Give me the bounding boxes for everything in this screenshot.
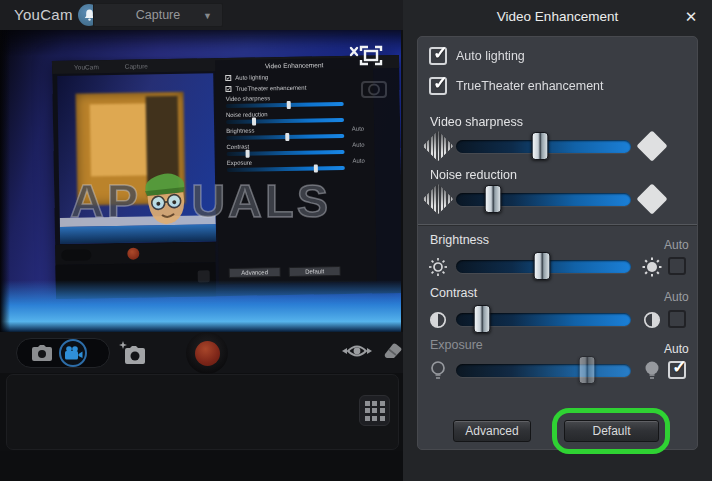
fullscreen-icon [345,42,385,70]
video-camera-icon [64,346,83,360]
brightness-label: Brightness [430,233,489,247]
capture-toolbar [0,332,403,373]
sharpness-max-icon [636,130,667,161]
media-gallery-strip [6,374,399,450]
compare-preview-button[interactable] [342,342,372,362]
gallery-grid-button[interactable] [359,395,390,426]
noise-slider-handle[interactable] [484,185,501,213]
exposure-slider-handle [579,356,596,384]
advanced-button[interactable]: Advanced [453,420,531,442]
exposure-slider [456,364,631,377]
brightness-slider[interactable] [456,260,631,273]
brightness-slider-row: ✓ [418,255,699,278]
eraser-button[interactable] [380,342,402,362]
record-button[interactable] [186,332,228,374]
recursion-level-4 [146,96,180,197]
noise-label: Noise reduction [430,168,517,182]
check-icon: ✓ [433,72,448,94]
video-enhancement-panel: Video Enhancement ✕ ✓ Auto lighting ✓ Tr… [403,0,712,481]
contrast-label: Contrast [430,286,477,300]
exposure-low-icon [426,359,450,383]
section-divider [418,224,697,225]
contrast-high-icon [640,308,664,332]
exposure-auto-checkbox[interactable]: ✓ [668,361,686,379]
recursive-toolbar [55,242,215,265]
sharpness-min-icon [422,130,453,161]
recursive-enhancement-panel: Video Enhancement ✓Auto lighting ✓TrueTh… [215,57,377,284]
panel-title: Video Enhancement [403,9,712,24]
exposure-label: Exposure [430,338,483,352]
sharpness-label: Video sharpness [430,115,523,129]
exposure-slider-row: ✓ [418,359,699,382]
brightness-auto-label: Auto [664,238,696,252]
record-dot-icon [195,341,220,366]
auto-lighting-checkbox[interactable]: ✓ [429,47,447,65]
photo-shadow-left [0,30,10,332]
capture-dropdown[interactable]: Capture ▼ [93,3,223,27]
capture-mode-toggle [16,338,110,368]
eraser-icon [380,342,402,359]
webcam-preview: YouCam Capture Video Enhancement ✓Auto l… [0,30,401,332]
recursive-youcam-window: YouCam Capture Video Enhancement ✓Auto l… [52,55,401,299]
monitor-glow [0,280,401,332]
noise-slider-row [418,188,699,211]
capture-dropdown-label: Capture [136,8,180,22]
recursive-video-area [57,73,216,244]
recursive-mode-pill [61,249,91,261]
video-mode-button[interactable] [59,339,87,367]
chevron-down-icon: ▼ [203,11,212,21]
exposure-auto-label: Auto [664,342,696,356]
photo-camera-icon [32,345,52,361]
app-title: YouCam [14,6,73,23]
contrast-auto-label: Auto [664,290,696,304]
brightness-high-icon [640,255,664,279]
auto-lighting-label: Auto lighting [456,49,525,63]
photo-shadow-top [0,30,401,56]
close-button[interactable]: ✕ [681,7,701,27]
contrast-low-icon [426,308,450,332]
annotation-highlight-ring [552,408,670,454]
photo-mode-button[interactable] [27,340,57,366]
brightness-auto-checkbox[interactable]: ✓ [668,257,686,275]
footer-strip [0,451,403,481]
close-icon: ✕ [685,8,698,25]
check-icon: ✓ [433,42,448,64]
noise-slider[interactable] [456,193,631,206]
contrast-slider-row: ✓ [418,308,699,331]
brightness-low-icon [426,255,450,279]
fullscreen-button[interactable] [345,42,385,70]
recursion-level-3 [90,103,149,176]
sharpness-slider[interactable] [456,140,631,153]
ghost-camera-icon [361,78,387,102]
youcam-app-window: YouCam Capture ▼ YouCam Capture [0,0,712,481]
compare-eye-icon [342,342,372,360]
check-icon: ✓ [672,356,687,378]
snapshot-button[interactable] [118,340,148,366]
brightness-slider-handle[interactable] [533,252,550,280]
contrast-slider-handle[interactable] [474,305,491,333]
sparkle-camera-icon [118,340,146,365]
webcam-photo-content: YouCam Capture Video Enhancement ✓Auto l… [0,30,401,332]
recursive-screen-glow [60,224,216,244]
sharpness-slider-handle[interactable] [532,132,549,160]
recursive-record-dot [127,248,139,260]
contrast-slider[interactable] [456,313,631,326]
enhancement-card: ✓ Auto lighting ✓ TrueTheater enhancemen… [417,36,698,450]
noise-min-icon [422,183,453,214]
noise-max-icon [636,183,667,214]
truetheater-label: TrueTheater enhancement [456,79,604,93]
exposure-high-icon [640,359,664,383]
sharpness-slider-row [418,135,699,158]
recursion-level-2 [76,92,186,206]
contrast-auto-checkbox[interactable]: ✓ [668,310,686,328]
truetheater-checkbox[interactable]: ✓ [429,77,447,95]
title-bar: YouCam Capture ▼ [0,0,403,30]
